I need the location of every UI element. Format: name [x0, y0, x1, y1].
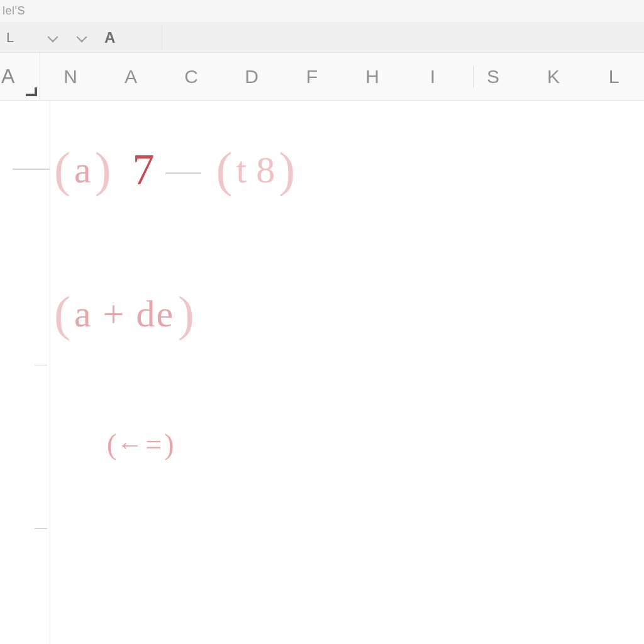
toolbar-label: L [6, 30, 31, 46]
column-header[interactable]: S [463, 66, 523, 87]
equals-sign: = [143, 428, 164, 461]
column-header[interactable]: H [342, 66, 402, 87]
open-paren: ( [107, 428, 116, 461]
column-header[interactable]: N [40, 66, 101, 87]
column-headers: N A C D F H I S K L [40, 66, 644, 87]
open-paren: ( [50, 289, 74, 338]
page-canvas[interactable]: ( a ) 7 — ( t 8 ) ( a + de ) ( ← = ) [0, 101, 644, 644]
minus-operator: — [155, 150, 213, 190]
chevron-down-icon[interactable] [75, 31, 89, 45]
column-header[interactable]: D [221, 66, 282, 87]
term-t8: t 8 [236, 148, 275, 192]
column-header[interactable]: K [523, 66, 584, 87]
corner-selector-icon [26, 87, 37, 96]
column-header-row: A N A C D F H I S K L [0, 53, 644, 101]
open-paren: ( [50, 145, 74, 194]
font-format-icon[interactable]: A [104, 29, 115, 47]
column-header[interactable]: C [161, 66, 221, 87]
equation-line-2[interactable]: ( a + de ) [50, 289, 198, 338]
left-arrow-icon: ← [116, 430, 143, 460]
column-header[interactable]: I [402, 66, 463, 87]
column-divider [473, 66, 474, 87]
expression-a-plus-de: a + de [74, 292, 174, 336]
ruler-tick [35, 365, 47, 365]
number-seven: 7 [133, 145, 155, 195]
column-header[interactable]: L [584, 66, 644, 87]
ribbon-toolbar: L A [0, 23, 644, 53]
equation-line-1[interactable]: ( a ) 7 — ( t 8 ) [50, 145, 299, 195]
equation-line-3[interactable]: ( ← = ) [107, 428, 174, 461]
title-bar: lel'S [0, 0, 644, 23]
document-content[interactable]: ( a ) 7 — ( t 8 ) ( a + de ) ( ← = ) [50, 101, 644, 644]
close-paren: ) [91, 145, 115, 194]
variable-a: a [74, 148, 91, 192]
close-paren: ) [164, 428, 174, 461]
ruler-tick [35, 528, 47, 529]
toolbar-separator [162, 25, 162, 50]
title-text: lel'S [3, 4, 25, 18]
close-paren: ) [174, 289, 198, 338]
left-ruler [0, 101, 50, 644]
corner-label: A [1, 65, 14, 88]
guide-line [13, 169, 50, 170]
chevron-down-icon[interactable] [47, 31, 60, 45]
open-paren: ( [213, 145, 236, 194]
header-corner[interactable]: A [0, 53, 40, 100]
column-header[interactable]: F [282, 66, 342, 87]
close-paren: ) [275, 145, 299, 194]
column-header[interactable]: A [101, 66, 161, 87]
